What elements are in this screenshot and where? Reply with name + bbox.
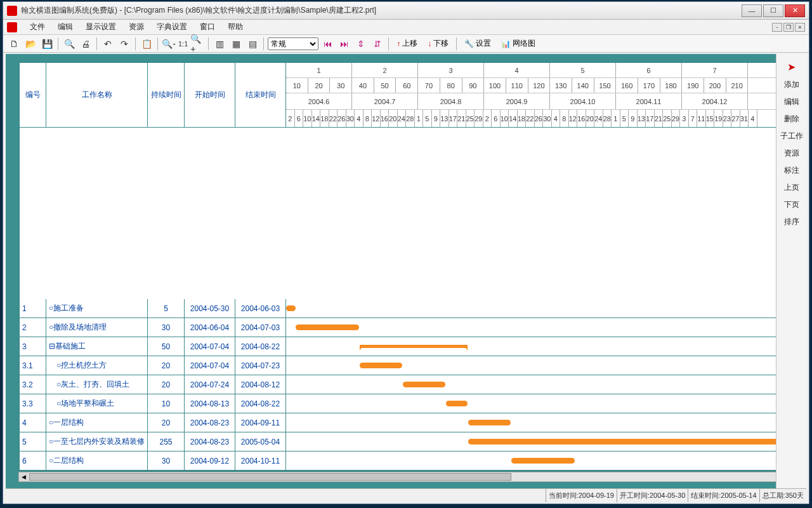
col-dur-header[interactable]: 持续时间 [148,63,185,128]
side-删除[interactable]: 删除 [778,110,805,128]
bar-area[interactable] [286,451,789,470]
doc-icon [7,22,17,32]
zoomout-icon[interactable]: 🔍- [162,37,176,51]
expand-icon[interactable]: ⇵ [370,37,384,51]
side-上页[interactable]: 上页 [778,179,805,196]
menu-帮助[interactable]: 帮助 [221,21,249,32]
gantt-chart[interactable]: 编号 工作名称 持续时间 开始时间 结束时间 1234567 102030405… [18,62,790,472]
cell-end: 2004-07-03 [235,318,286,337]
task-row[interactable]: 3.3 ○场地平整和碾土102004-08-132004-08-22 [20,394,789,413]
task-row[interactable]: 3⊟基础施工502004-07-042004-08-22 [20,337,789,356]
cell-name: ⊟基础施工 [46,337,148,356]
menu-字典设置[interactable]: 字典设置 [150,21,193,32]
task-row[interactable]: 6○二层结构302004-09-122004-10-11 [20,451,789,471]
task-row[interactable]: 1○施工准备52004-05-302004-06-03 [20,299,789,318]
bar-area[interactable] [286,337,789,356]
scale-cell: 14 [509,110,518,128]
nav-last-icon[interactable]: ⏭ [337,37,351,51]
side-下页[interactable]: 下页 [778,196,805,213]
menu-文件[interactable]: 文件 [23,21,51,32]
side-排序[interactable]: 排序 [778,213,805,231]
cell-dur: 30 [148,451,185,470]
cell-id: 3.2 [20,375,46,394]
copy-icon[interactable]: 📋 [140,37,154,51]
side-标注[interactable]: 标注 [778,162,805,179]
scale-cell: 200 [704,78,726,93]
layout2-icon[interactable]: ▦ [229,37,243,51]
side-添加[interactable]: 添加 [778,76,805,93]
move-up-button[interactable]: ↑上移 [393,38,421,49]
gantt-bar[interactable] [296,324,359,330]
zoom-reset[interactable]: 1:1 [178,37,188,51]
open-icon[interactable]: 📂 [23,37,37,51]
side-子工作[interactable]: 子工作 [778,128,805,145]
maximize-button[interactable]: ☐ [763,4,783,17]
bar-area[interactable] [286,356,789,375]
side-资源[interactable]: 资源 [778,145,805,162]
task-row[interactable]: 4○一层结构202004-08-232004-09-11 [20,413,789,432]
pointer-icon[interactable]: ➤ [778,58,805,76]
scale-cell: 16 [381,110,390,128]
scale-cell: 24 [594,110,603,128]
menu-显示设置[interactable]: 显示设置 [79,21,122,32]
bar-area[interactable] [286,299,789,318]
cell-start: 2004-06-04 [185,318,235,337]
status-start: 开工时间:2004-05-30 [617,489,688,502]
menu-资源[interactable]: 资源 [122,21,150,32]
scale-cell: 20 [586,110,595,128]
gantt-bar[interactable] [468,439,785,444]
gantt-bar[interactable] [446,401,468,406]
gantt-bar[interactable] [286,305,296,311]
task-row[interactable]: 3.1 ○挖土机挖土方202004-07-042004-07-23 [20,356,789,375]
gantt-bar[interactable] [360,345,468,348]
scale-cell: 6 [616,63,682,77]
scale-cell: 28 [603,110,612,128]
col-name-header[interactable]: 工作名称 [46,63,148,128]
menu-窗口[interactable]: 窗口 [193,21,221,32]
task-row[interactable]: 2○撤除及场地清理302004-06-042004-07-03 [20,318,789,337]
print-icon[interactable]: 🖨 [79,37,93,51]
col-end-header[interactable]: 结束时间 [235,63,286,128]
scale-cell: 30 [330,78,352,93]
col-start-header[interactable]: 开始时间 [185,63,235,128]
menu-编辑[interactable]: 编辑 [51,21,79,32]
side-编辑[interactable]: 编辑 [778,93,805,110]
new-icon[interactable]: 🗋 [7,37,21,51]
col-id-header[interactable]: 编号 [20,63,46,128]
zoomin-icon[interactable]: 🔍+ [190,37,204,51]
settings-button[interactable]: 🔧设置 [461,38,495,49]
scale-cell: 7 [682,63,748,77]
collapse-icon[interactable]: ⇕ [354,37,368,51]
redo-icon[interactable]: ↷ [117,37,131,51]
minimize-button[interactable]: — [742,4,762,17]
bar-area[interactable] [286,432,789,451]
layout1-icon[interactable]: ▥ [213,37,226,51]
titlebar[interactable]: 翰文横道图编制系统(免费版) - [C:\Program Files (x86)… [3,2,809,20]
bar-area[interactable] [286,413,789,432]
task-row[interactable]: 5○一至七层内外安装及精装修2552004-08-232005-05-04 [20,432,789,451]
task-row[interactable]: 3.2 ○灰土、打夯、回填土202004-07-242004-08-12 [20,375,789,394]
nav-first-icon[interactable]: ⏮ [321,37,335,51]
layout3-icon[interactable]: ▤ [246,37,259,51]
save-icon[interactable]: 💾 [40,37,54,51]
view-select[interactable]: 常规 [268,37,318,50]
gantt-bar[interactable] [360,363,402,368]
mdi-restore-button[interactable]: ❐ [783,23,794,32]
horizontal-scrollbar[interactable]: ◀ ▶ [18,472,790,482]
gantt-bar[interactable] [511,458,575,464]
scale-cell: 2 [286,110,295,128]
mdi-close-button[interactable]: × [795,23,805,32]
close-button[interactable]: ✕ [785,4,805,17]
cell-start: 2004-07-04 [185,356,235,375]
gantt-bar[interactable] [468,420,511,425]
undo-icon[interactable]: ↶ [101,37,115,51]
bar-area[interactable] [286,318,789,337]
gantt-bar[interactable] [403,382,445,387]
cell-name: ○挖土机挖土方 [46,356,148,375]
bar-area[interactable] [286,375,789,394]
preview-icon[interactable]: 🔍 [62,37,76,51]
network-button[interactable]: 📊网络图 [497,38,539,49]
mdi-min-button[interactable]: - [772,23,782,32]
bar-area[interactable] [286,394,789,413]
move-down-button[interactable]: ↓下移 [424,38,452,49]
